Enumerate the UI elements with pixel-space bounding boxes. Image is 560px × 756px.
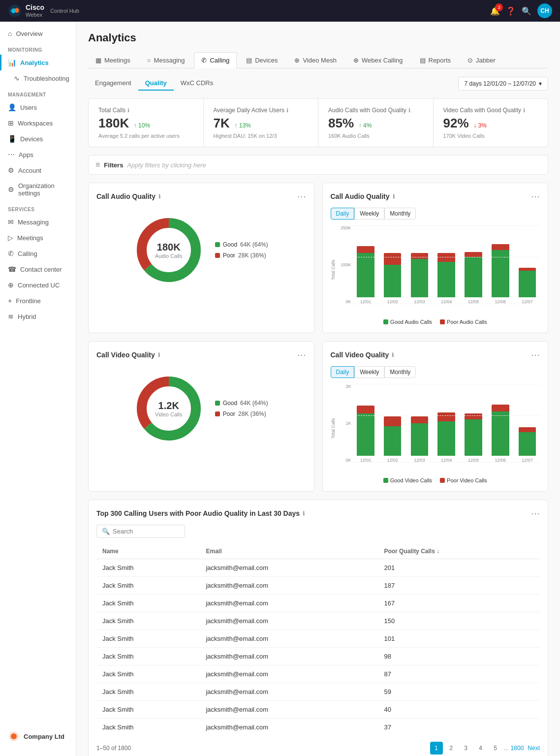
- audio-donut-more-button[interactable]: ⋯: [297, 191, 306, 202]
- poor-bar-5: [465, 252, 482, 257]
- audio-bar-chart-container: Total Calls 250K 150K 0K: [331, 225, 540, 314]
- video-bar-label-1: 12/01: [360, 458, 372, 463]
- sidebar-item-hybrid[interactable]: ≋ Hybrid: [0, 309, 76, 324]
- audio-bar-tab-weekly[interactable]: Weekly: [354, 208, 384, 220]
- sidebar-item-account[interactable]: ⚙ Account: [0, 162, 76, 178]
- good-bar-5: [465, 257, 482, 297]
- video-bar-tab-weekly[interactable]: Weekly: [354, 366, 384, 378]
- sidebar-item-meetings[interactable]: ▷ Meetings: [0, 230, 76, 246]
- sidebar-item-users[interactable]: 👤 Users: [0, 99, 76, 115]
- notifications-button[interactable]: 🔔 3: [490, 6, 500, 16]
- subtab-wxc-cdrs[interactable]: WxC CDRs: [174, 76, 220, 91]
- sidebar-item-frontline[interactable]: + Frontline: [0, 293, 76, 309]
- tab-messaging[interactable]: ○ Messaging: [140, 52, 192, 68]
- table-body: Jack Smith jacksmith@email.com 201 Jack …: [96, 559, 540, 736]
- video-bar-tab-monthly[interactable]: Monthly: [384, 366, 416, 378]
- video-bar-group-4: 12/04: [434, 384, 459, 463]
- subtab-quality[interactable]: Quality: [138, 76, 174, 91]
- tab-devices[interactable]: ▤ Devices: [239, 52, 285, 68]
- tab-meetings[interactable]: ▦ Meetings: [88, 52, 138, 68]
- stat-total-calls-value: 180K ↑ 10%: [98, 116, 193, 131]
- video-donut-legend: Good 64K (64%) Poor 28K (36%): [215, 400, 268, 417]
- sidebar-item-apps[interactable]: ⋯ Apps: [0, 147, 76, 162]
- bar-label-1: 12/01: [360, 299, 372, 304]
- calling-icon: ✆: [8, 250, 14, 257]
- date-range-picker[interactable]: 7 days 12/01/20 – 12/07/20 ▾: [458, 77, 548, 91]
- page-btn-3[interactable]: 3: [460, 742, 472, 755]
- tab-jabber[interactable]: ⊙ Jabber: [460, 52, 503, 68]
- stat-dau: Average Daily Active Users ℹ 7K ↑ 13% Hi…: [204, 99, 319, 147]
- page-next[interactable]: Next: [528, 745, 540, 752]
- cell-name: Jack Smith: [96, 648, 200, 665]
- search-input[interactable]: [113, 528, 180, 535]
- sidebar-item-overview[interactable]: ⌂ Overview: [0, 26, 76, 41]
- video-bar-more-button[interactable]: ⋯: [531, 349, 540, 360]
- video-bar-stack-1: [357, 406, 374, 456]
- stat-total-calls-label: Total Calls ℹ: [98, 107, 193, 114]
- page-btn-5[interactable]: 5: [489, 742, 502, 755]
- video-bar-label-2: 12/02: [387, 458, 398, 463]
- avatar[interactable]: CH: [537, 3, 552, 18]
- audio-bar-title: Call Audio Quality ℹ: [331, 192, 395, 200]
- table-row: Jack Smith jacksmith@email.com 40: [96, 701, 540, 719]
- audio-bar-tab-daily[interactable]: Daily: [331, 208, 355, 220]
- audio-bar-tab-monthly[interactable]: Monthly: [384, 208, 416, 220]
- sidebar-item-org-settings[interactable]: ⚙ Organization settings: [0, 178, 76, 201]
- video-bar-tab-daily[interactable]: Daily: [331, 366, 355, 378]
- audio-poor-legend-dot: [440, 319, 445, 324]
- charts-grid-audio: Call Audio Quality ℹ ⋯ 18: [88, 183, 548, 333]
- video-poor-legend: Poor Video Calls: [440, 477, 487, 483]
- filters-bar[interactable]: ≡ Filters Apply filters by clicking here: [88, 155, 548, 175]
- page-btn-4[interactable]: 4: [474, 742, 487, 755]
- good-bar-6: [492, 250, 509, 297]
- sidebar-item-calling[interactable]: ✆ Calling: [0, 246, 76, 261]
- filter-icon: ≡: [95, 160, 100, 169]
- sidebar-item-workspaces[interactable]: ⊞ Workspaces: [0, 115, 76, 131]
- poor-users-table-more-button[interactable]: ⋯: [531, 508, 540, 519]
- users-icon: 👤: [8, 103, 16, 111]
- cell-calls: 37: [378, 719, 540, 736]
- audio-bar-more-button[interactable]: ⋯: [531, 191, 540, 202]
- search-button[interactable]: 🔍: [522, 6, 531, 16]
- help-button[interactable]: ❓: [506, 6, 516, 16]
- subtab-engagement[interactable]: Engagement: [88, 76, 138, 91]
- video-bar-tabs: Daily Weekly Monthly: [331, 366, 540, 378]
- sidebar-item-troubleshooting[interactable]: ∿ Troubleshooting: [0, 70, 76, 86]
- bar-stack-2: [384, 253, 402, 297]
- audio-donut-section: 180K Audio Calls Good 64K (64%) Poor: [96, 208, 306, 292]
- sidebar-item-messaging[interactable]: ✉ Messaging: [0, 214, 76, 230]
- pagination: 1–50 of 1800 1 2 3 4 5 ... 1800 Next: [96, 736, 540, 755]
- product-name: Webex: [26, 12, 44, 18]
- sidebar-section-services: SERVICES: [0, 201, 76, 214]
- stat-audio-quality: Audio Calls with Good Quality ℹ 85% ↑ 4%…: [318, 99, 434, 147]
- workspaces-icon: ⊞: [8, 119, 14, 127]
- sidebar-item-devices[interactable]: 📱 Devices: [0, 131, 76, 147]
- tab-reports[interactable]: ▤ Reports: [412, 52, 459, 68]
- tab-video-mesh[interactable]: ⊕ Video Mesh: [287, 52, 343, 68]
- tab-webex-calling[interactable]: ⊕ Webex Calling: [346, 52, 410, 68]
- cell-calls: 167: [378, 595, 540, 612]
- table-search-box[interactable]: 🔍: [96, 525, 185, 538]
- info-icon-video-bar: ℹ: [392, 352, 394, 358]
- y-axis-label: Total Calls: [331, 225, 336, 314]
- video-y-axis-label: Total Calls: [331, 384, 336, 472]
- subtabs: Engagement Quality WxC CDRs: [88, 76, 220, 91]
- page-btn-2[interactable]: 2: [445, 742, 458, 755]
- page-last[interactable]: 1800: [511, 745, 524, 752]
- audio-poor-legend-item: Poor 28K (36%): [215, 252, 268, 259]
- page-btn-1[interactable]: 1: [430, 742, 443, 755]
- cell-email: jacksmith@email.com: [200, 612, 378, 630]
- cell-name: Jack Smith: [96, 559, 200, 577]
- sidebar-item-contact-center[interactable]: ☎ Contact center: [0, 261, 76, 277]
- table-row: Jack Smith jacksmith@email.com 87: [96, 665, 540, 683]
- cell-name: Jack Smith: [96, 595, 200, 612]
- video-poor-bar-5: [465, 413, 482, 419]
- bar-group-7: 12/07: [515, 225, 540, 304]
- tab-calling[interactable]: ✆ Calling: [194, 52, 237, 68]
- sidebar-item-connected-uc[interactable]: ⊕ Connected UC: [0, 277, 76, 293]
- sidebar-item-analytics[interactable]: 📊 Analytics: [0, 55, 76, 70]
- frontline-icon: +: [8, 297, 12, 305]
- bar-label-2: 12/02: [387, 299, 398, 304]
- video-good-bar-5: [465, 419, 482, 456]
- video-donut-more-button[interactable]: ⋯: [297, 349, 306, 360]
